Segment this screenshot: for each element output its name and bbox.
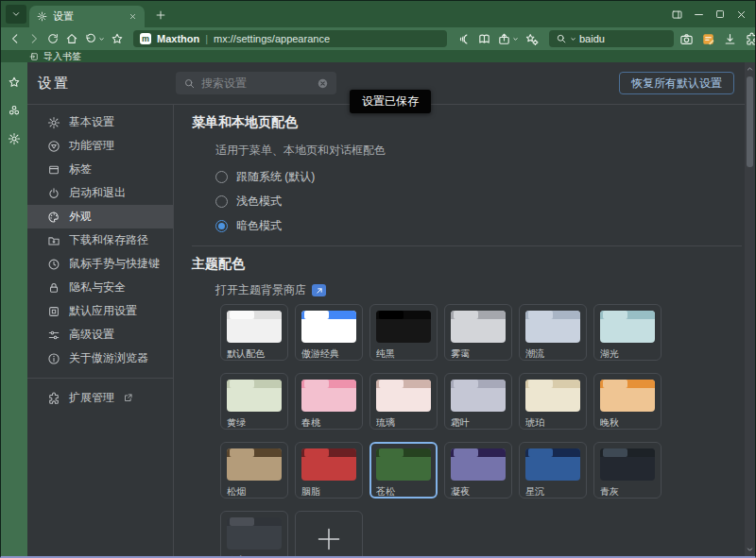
theme-card-9[interactable]: 霜叶 <box>444 373 512 430</box>
collections-icon[interactable] <box>8 104 21 117</box>
theme-card-6[interactable]: 黄绿 <box>220 373 288 430</box>
theme-card-14[interactable]: 苍松 <box>369 442 438 499</box>
scrollbar-thumb[interactable] <box>747 76 753 167</box>
sidebar-item-label: 外观 <box>69 209 92 225</box>
radio-control[interactable] <box>215 195 228 208</box>
theme-card-18[interactable]: 暗夜 <box>220 511 288 556</box>
theme-swatch <box>451 311 506 343</box>
app-icon <box>47 305 60 318</box>
restore-defaults-button[interactable]: 恢复所有默认设置 <box>619 72 734 94</box>
scroll-up-icon[interactable] <box>745 64 755 74</box>
main-area: 设置 恢复所有默认设置 设置已保存 基本设置功能管理标签启动和退出外观下载和保存… <box>1 62 755 556</box>
sidebar-item-label: 高级设置 <box>69 327 114 343</box>
external-store-icon[interactable] <box>312 284 326 296</box>
theme-card-2[interactable]: 纯黑 <box>369 304 438 361</box>
settings-search-input[interactable] <box>201 76 311 90</box>
theme-card-0[interactable]: 默认配色 <box>220 304 288 361</box>
favorite-star-icon[interactable] <box>111 32 124 45</box>
tab-list-button[interactable] <box>6 5 26 24</box>
quick-search-box[interactable]: baidu <box>549 30 674 47</box>
add-theme-button[interactable] <box>295 511 363 556</box>
undo-closed-tab-control[interactable] <box>84 32 105 45</box>
favorites-sidebar-icon[interactable] <box>8 76 21 89</box>
swatch-tab-chip <box>379 311 404 319</box>
sidebar-item-footer-0[interactable]: 扩展管理 <box>27 386 173 410</box>
maximize-icon[interactable] <box>714 8 726 20</box>
color-mode-option-2[interactable]: 暗色模式 <box>215 220 742 232</box>
radio-label: 跟随系统 (默认) <box>236 169 315 185</box>
sidebar-item-7[interactable]: 隐私与安全 <box>27 276 173 299</box>
search-engine-value: baidu <box>579 33 605 44</box>
tab-settings[interactable]: 设置 <box>29 6 145 27</box>
theme-card-8[interactable]: 琉璃 <box>369 373 438 430</box>
swatch-tab-chip <box>304 448 329 457</box>
theme-card-1[interactable]: 傲游经典 <box>295 304 363 361</box>
address-bar[interactable]: m Maxthon | mx://settings/appearance <box>133 30 447 47</box>
theme-store-row: 打开主题背景商店 <box>215 284 742 296</box>
reading-list-icon[interactable] <box>477 32 491 46</box>
download-icon[interactable] <box>723 32 737 46</box>
theme-card-3[interactable]: 雾霭 <box>444 304 512 361</box>
minimize-icon[interactable] <box>693 8 705 21</box>
color-mode-option-0[interactable]: 跟随系统 (默认) <box>215 171 742 183</box>
radio-label: 暗色模式 <box>236 218 282 234</box>
window-close-icon[interactable] <box>735 8 747 21</box>
collect-settings-icon[interactable] <box>524 32 539 46</box>
sidebar-item-label: 隐私与安全 <box>69 279 126 296</box>
sidebar-item-2[interactable]: 标签 <box>27 158 173 181</box>
theme-card-11[interactable]: 晚秋 <box>593 373 662 430</box>
sidebar-item-4[interactable]: 外观 <box>27 205 173 228</box>
sidebar-item-9[interactable]: 高级设置 <box>27 323 173 347</box>
theme-card-13[interactable]: 胭脂 <box>295 442 363 499</box>
clear-search-icon[interactable] <box>317 77 329 90</box>
window-controls <box>671 1 747 27</box>
sidebar-item-10[interactable]: 关于傲游浏览器 <box>27 347 173 370</box>
theme-swatch <box>376 380 431 412</box>
scrollbar[interactable] <box>745 62 755 556</box>
theme-card-5[interactable]: 湖光 <box>593 304 662 361</box>
radio-control[interactable] <box>215 171 228 183</box>
settings-search-box[interactable] <box>176 72 336 94</box>
theme-swatch <box>376 448 431 481</box>
theme-swatch <box>525 448 580 481</box>
scroll-down-icon[interactable] <box>745 545 755 554</box>
import-bookmarks-button[interactable]: 导入书签 <box>43 50 81 63</box>
screenshot-camera-icon[interactable] <box>679 32 694 46</box>
reload-icon[interactable] <box>46 32 60 45</box>
reader-mode-icon[interactable] <box>457 32 472 46</box>
sidebar-settings-icon[interactable] <box>8 132 21 145</box>
theme-card-10[interactable]: 琥珀 <box>519 373 587 430</box>
menu-colors-description: 适用于菜单、本地页和对话框配色 <box>215 143 742 159</box>
tab-close-icon[interactable] <box>129 12 137 21</box>
sidebar-item-1[interactable]: 功能管理 <box>27 134 173 158</box>
swatch-tab-chip <box>379 448 404 457</box>
theme-card-16[interactable]: 星沉 <box>519 442 587 499</box>
radio-control[interactable] <box>215 220 228 232</box>
color-mode-option-1[interactable]: 浅色模式 <box>215 195 742 208</box>
sidebar-item-0[interactable]: 基本设置 <box>27 110 173 134</box>
page-body: 基本设置功能管理标签启动和退出外观下载和保存路径鼠标手势与快捷键隐私与安全默认应… <box>27 105 755 556</box>
sidebar-item-5[interactable]: 下载和保存路径 <box>27 228 173 252</box>
new-tab-button[interactable] <box>152 7 169 24</box>
theme-card-17[interactable]: 青灰 <box>593 442 662 499</box>
theme-label: 纯黑 <box>376 347 431 361</box>
sidebar-item-3[interactable]: 启动和退出 <box>27 181 173 205</box>
forward-icon[interactable] <box>27 32 41 45</box>
theme-store-link[interactable]: 打开主题背景商店 <box>215 282 306 298</box>
theme-card-12[interactable]: 松烟 <box>220 442 288 499</box>
theme-swatch <box>451 380 506 412</box>
maxnote-icon[interactable] <box>701 32 715 46</box>
theme-swatch <box>525 380 580 412</box>
theme-card-7[interactable]: 春桃 <box>295 373 363 430</box>
back-icon[interactable] <box>9 32 22 45</box>
sidebar-item-6[interactable]: 鼠标手势与快捷键 <box>27 252 173 276</box>
theme-grid: 默认配色傲游经典纯黑雾霭潮流湖光黄绿春桃琉璃霜叶琥珀晚秋松烟胭脂苍松凝夜星沉青灰… <box>220 304 742 556</box>
share-icon <box>497 32 511 46</box>
theme-card-4[interactable]: 潮流 <box>519 304 587 361</box>
sidebar-item-8[interactable]: 默认应用设置 <box>27 299 173 323</box>
home-icon[interactable] <box>65 32 78 45</box>
theme-card-15[interactable]: 凝夜 <box>444 442 512 499</box>
boss-panel-icon[interactable] <box>671 8 683 21</box>
share-control[interactable] <box>497 32 519 46</box>
extensions-icon[interactable] <box>745 32 756 46</box>
